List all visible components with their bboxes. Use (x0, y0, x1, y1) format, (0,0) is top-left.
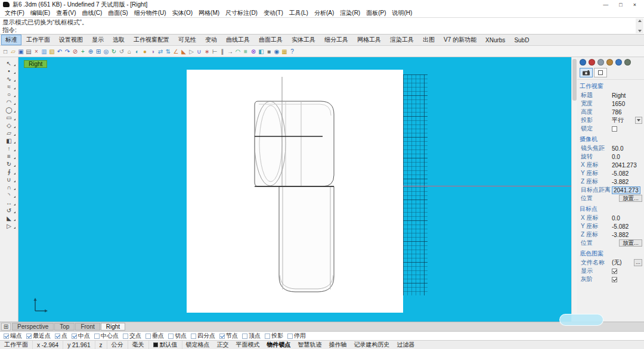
osnap-toggle[interactable]: 交点 (123, 332, 141, 340)
menu-item[interactable]: 曲线(C) (79, 9, 105, 17)
zoom-dynamic-icon[interactable]: ⊕ (87, 47, 94, 55)
select-tool-icon[interactable]: ↖ (1, 60, 17, 67)
menu-item[interactable]: 网格(M) (196, 9, 222, 17)
rendering-tab-icon[interactable] (615, 59, 622, 66)
toolbar-tab[interactable]: 细分工具 (320, 35, 352, 45)
maximize-button[interactable]: □ (619, 2, 622, 8)
named-view-icon[interactable]: ⌂ (126, 47, 133, 55)
surface-tool-icon[interactable]: ◧ (1, 137, 17, 145)
split-icon[interactable]: ∥ (219, 47, 226, 55)
explode-icon[interactable]: ∗ (203, 47, 210, 55)
status-toggle[interactable]: 锁定格点 (182, 341, 213, 349)
status-toggle[interactable]: 操作轴 (326, 341, 351, 349)
toolbar-tab[interactable]: 出图 (419, 35, 439, 45)
surface-tools-icon[interactable]: ◧ (258, 47, 265, 55)
layer-pane[interactable]: 默认值 (149, 341, 182, 349)
target-z-value[interactable]: -3.882 (612, 232, 628, 238)
status-toggle[interactable]: 记录建构历史 (351, 341, 394, 349)
panel-scrollbar[interactable] (571, 57, 577, 322)
toolbar-tab[interactable]: 渲染工具 (386, 35, 418, 45)
scale-icon[interactable]: ◣ (180, 47, 187, 55)
osnap-toggle[interactable]: 点 (55, 332, 67, 340)
help-icon[interactable]: ? (289, 47, 296, 55)
save-icon[interactable]: ▣ (17, 47, 24, 55)
osnap-toggle[interactable]: 垂点 (145, 332, 164, 340)
lock-checkbox[interactable] (612, 126, 617, 132)
menu-item[interactable]: 渲染(R) (337, 9, 363, 17)
menu-item[interactable]: 编辑(E) (27, 9, 53, 17)
fillet-edge-tool-icon[interactable]: ◝ (1, 191, 17, 199)
toolbar-tab[interactable]: SubD (510, 36, 533, 45)
osnap-toggle[interactable]: 停用 (287, 332, 306, 340)
scrollbar-thumb[interactable] (572, 59, 577, 101)
show-wallpaper-checkbox[interactable] (612, 269, 617, 274)
boolean-intersect-tool-icon[interactable]: ∩ (1, 183, 17, 191)
toolbar-tab[interactable]: 选取 (109, 35, 129, 45)
open-file-icon[interactable]: ▱ (10, 47, 17, 55)
grid-tab-icon[interactable] (624, 59, 631, 66)
osnap-toggle[interactable]: 顶点 (242, 332, 261, 340)
boolean-union-tool-icon[interactable]: ∪ (1, 176, 17, 183)
osnap-toggle[interactable]: 切点 (168, 332, 187, 340)
command-scrollbar[interactable] (636, 18, 643, 33)
toolbar-tab[interactable]: 可见性 (174, 35, 200, 45)
osnap-toggle[interactable]: 最近点 (26, 332, 51, 340)
print-icon[interactable]: ▤ (25, 47, 32, 55)
polyline-tool-icon[interactable]: ∿ (1, 75, 17, 83)
units-pane[interactable]: 公分 (107, 341, 128, 349)
toolbar-tab[interactable]: V7 的新功能 (439, 35, 481, 45)
target-y-value[interactable]: -5.082 (612, 223, 628, 230)
materials-tab-icon[interactable] (589, 59, 595, 66)
mirror-icon[interactable]: ▷ (188, 47, 195, 55)
rotate-tool-icon[interactable]: ↺ (1, 207, 17, 214)
copy-icon[interactable]: ▥ (41, 47, 48, 55)
zoom-extents-icon[interactable]: ◎ (103, 47, 110, 55)
viewport-tab[interactable]: Right (101, 323, 125, 331)
toolbar-tab[interactable]: 设置视图 (55, 35, 87, 45)
solid-tools-icon[interactable]: ■ (265, 47, 273, 55)
camera-place-button[interactable]: 放置... (619, 195, 642, 202)
toolbar-tab[interactable]: XNurbs (481, 36, 509, 45)
projection-value[interactable]: 平行 (612, 116, 624, 124)
status-toggle[interactable]: 智慧轨迹 (295, 341, 326, 349)
menu-item[interactable]: 实体(O) (169, 9, 196, 17)
pan-view-icon[interactable]: + (79, 47, 86, 55)
target-place-button[interactable]: 放置... (619, 239, 642, 247)
menu-item[interactable]: 尺寸标注(D) (222, 9, 261, 17)
scroll-up-icon[interactable] (638, 20, 642, 22)
cplane-pane[interactable]: 工作平面 (0, 341, 33, 349)
viewport-page-button[interactable] (580, 68, 593, 77)
mirror-tool-icon[interactable]: ▷ (1, 222, 17, 230)
viewport-tab[interactable]: Perspective (12, 323, 54, 331)
osnap-toggle[interactable]: 中心点 (94, 332, 119, 340)
toolbar-tab[interactable]: 标准 (1, 35, 21, 45)
offset-icon[interactable]: ≡ (242, 47, 249, 55)
browse-wallpaper-button[interactable]: ... (634, 259, 642, 266)
cut-icon[interactable]: × (33, 47, 40, 55)
toolbar-tab[interactable]: 工作视窗配置 (129, 35, 174, 45)
paste-icon[interactable]: ▧ (48, 47, 55, 55)
viewport-tab[interactable]: Front (75, 323, 100, 331)
point-tool-icon[interactable]: • (1, 67, 17, 75)
circle-tool-icon[interactable]: ○ (1, 91, 17, 98)
osnap-toggle[interactable]: 投影 (265, 332, 283, 340)
join-icon[interactable]: ∪ (196, 47, 203, 55)
status-toggle[interactable]: 平面模式 (233, 341, 264, 349)
render-icon[interactable]: ● (141, 47, 148, 55)
status-toggle[interactable]: 过滤器 (394, 341, 419, 349)
toolbar-tab[interactable]: 曲线工具 (222, 35, 254, 45)
arc-tool-icon[interactable]: ◠ (1, 98, 17, 106)
menu-item[interactable]: 细分物件(U) (131, 9, 169, 17)
environment-tab-icon[interactable] (606, 59, 613, 66)
undo-icon[interactable]: ↶ (56, 47, 63, 55)
rotation-value[interactable]: 0.0 (612, 154, 620, 160)
camera-x-value[interactable]: 2041.273 (612, 162, 637, 169)
undo-view-icon[interactable]: ↺ (118, 47, 125, 55)
viewport-tab[interactable]: Top (54, 323, 75, 331)
plane-tool-icon[interactable]: ▱ (1, 129, 17, 137)
zoom-window-icon[interactable]: ⊞ (95, 47, 102, 55)
viewport-layout-icon[interactable]: ⊞ (1, 323, 11, 331)
lens-value[interactable]: 50.0 (612, 145, 623, 152)
command-prompt[interactable]: 指令: (0, 26, 644, 33)
loft-tool-icon[interactable]: ≡ (1, 152, 17, 160)
